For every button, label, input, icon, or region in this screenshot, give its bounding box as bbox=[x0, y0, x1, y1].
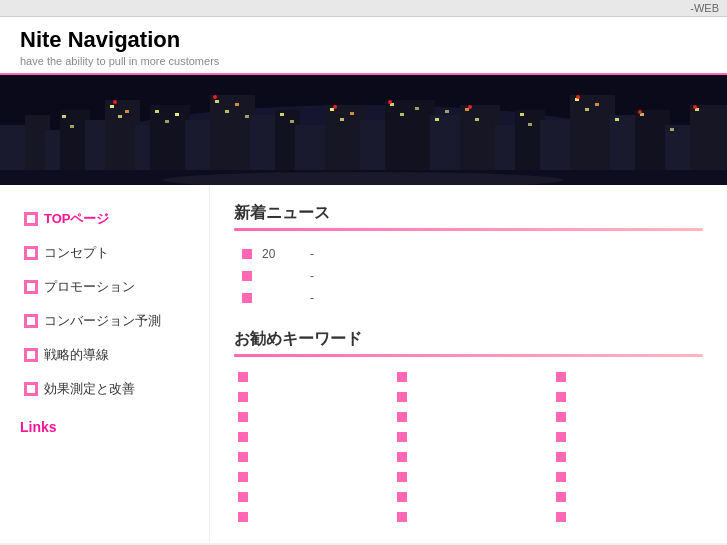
nav-label-3: コンバージョン予測 bbox=[44, 312, 161, 330]
news-bullet-1 bbox=[242, 271, 252, 281]
keyword-item-22[interactable] bbox=[393, 509, 544, 525]
news-date-0: 20 bbox=[262, 247, 302, 261]
content-wrapper: TOPページコンセプトプロモーションコンバージョン予測戦略的導線効果測定と改善 … bbox=[0, 185, 727, 543]
keyword-bullet-19 bbox=[397, 492, 407, 502]
keyword-item-11[interactable] bbox=[552, 429, 703, 445]
keyword-bullet-10 bbox=[397, 432, 407, 442]
keyword-item-10[interactable] bbox=[393, 429, 544, 445]
nav-label-1: コンセプト bbox=[44, 244, 109, 262]
news-item-0[interactable]: 20- bbox=[234, 243, 703, 265]
keyword-item-4[interactable] bbox=[393, 389, 544, 405]
site-title: Nite Navigation bbox=[20, 27, 707, 53]
nav-icon-2 bbox=[24, 280, 38, 294]
keyword-bullet-17 bbox=[556, 472, 566, 482]
nav-label-0: TOPページ bbox=[44, 210, 110, 228]
news-list: 20--- bbox=[234, 243, 703, 309]
keyword-item-0[interactable] bbox=[234, 369, 385, 385]
sidebar-nav-item-0[interactable]: TOPページ bbox=[16, 203, 199, 235]
svg-rect-56 bbox=[595, 103, 599, 106]
keyword-item-20[interactable] bbox=[552, 489, 703, 505]
keyword-bullet-0 bbox=[238, 372, 248, 382]
keyword-item-18[interactable] bbox=[234, 489, 385, 505]
keyword-bullet-7 bbox=[397, 412, 407, 422]
keyword-item-5[interactable] bbox=[552, 389, 703, 405]
svg-rect-51 bbox=[475, 118, 479, 121]
keyword-item-7[interactable] bbox=[393, 409, 544, 425]
news-bullet-2 bbox=[242, 293, 252, 303]
main-content: 新着ニュース 20--- お勧めキーワード bbox=[210, 185, 727, 543]
keyword-item-8[interactable] bbox=[552, 409, 703, 425]
svg-point-67 bbox=[638, 110, 642, 114]
svg-rect-44 bbox=[350, 112, 354, 115]
svg-rect-43 bbox=[340, 118, 344, 121]
keyword-bullet-6 bbox=[238, 412, 248, 422]
keyword-item-6[interactable] bbox=[234, 409, 385, 425]
svg-rect-52 bbox=[520, 113, 524, 116]
keyword-bullet-15 bbox=[238, 472, 248, 482]
top-bar-label: -WEB bbox=[690, 2, 719, 14]
keyword-bullet-5 bbox=[556, 392, 566, 402]
keyword-bullet-3 bbox=[238, 392, 248, 402]
keywords-divider bbox=[234, 354, 703, 357]
keyword-bullet-1 bbox=[397, 372, 407, 382]
keyword-bullet-11 bbox=[556, 432, 566, 442]
news-sep-1: - bbox=[310, 269, 314, 283]
svg-rect-53 bbox=[528, 123, 532, 126]
sidebar-nav-item-2[interactable]: プロモーション bbox=[16, 271, 199, 303]
news-sep-0: - bbox=[310, 247, 314, 261]
keyword-item-1[interactable] bbox=[393, 369, 544, 385]
links-heading: Links bbox=[16, 419, 199, 435]
keyword-item-16[interactable] bbox=[393, 469, 544, 485]
news-bullet-0 bbox=[242, 249, 252, 259]
keyword-item-12[interactable] bbox=[234, 449, 385, 465]
news-section: 新着ニュース 20--- bbox=[234, 203, 703, 309]
keyword-item-2[interactable] bbox=[552, 369, 703, 385]
svg-point-61 bbox=[113, 100, 117, 104]
keyword-item-13[interactable] bbox=[393, 449, 544, 465]
keyword-item-15[interactable] bbox=[234, 469, 385, 485]
svg-point-66 bbox=[576, 95, 580, 99]
svg-rect-40 bbox=[280, 113, 284, 116]
keyword-bullet-9 bbox=[238, 432, 248, 442]
keyword-item-23[interactable] bbox=[552, 509, 703, 525]
sidebar-nav-item-5[interactable]: 効果測定と改善 bbox=[16, 373, 199, 405]
keyword-item-21[interactable] bbox=[234, 509, 385, 525]
svg-point-65 bbox=[468, 105, 472, 109]
keywords-section: お勧めキーワード bbox=[234, 329, 703, 525]
keywords-title: お勧めキーワード bbox=[234, 329, 703, 350]
keyword-bullet-12 bbox=[238, 452, 248, 462]
keyword-item-3[interactable] bbox=[234, 389, 385, 405]
keyword-bullet-21 bbox=[238, 512, 248, 522]
sidebar-nav-item-1[interactable]: コンセプト bbox=[16, 237, 199, 269]
svg-point-62 bbox=[213, 95, 217, 99]
svg-rect-29 bbox=[70, 125, 74, 128]
svg-rect-55 bbox=[585, 108, 589, 111]
sidebar: TOPページコンセプトプロモーションコンバージョン予測戦略的導線効果測定と改善 … bbox=[0, 185, 210, 543]
nav-icon-1 bbox=[24, 246, 38, 260]
nav-menu: TOPページコンセプトプロモーションコンバージョン予測戦略的導線効果測定と改善 bbox=[16, 203, 199, 405]
sidebar-nav-item-4[interactable]: 戦略的導線 bbox=[16, 339, 199, 371]
nav-label-2: プロモーション bbox=[44, 278, 135, 296]
keyword-item-14[interactable] bbox=[552, 449, 703, 465]
news-item-2[interactable]: - bbox=[234, 287, 703, 309]
top-bar: -WEB bbox=[0, 0, 727, 17]
svg-rect-33 bbox=[155, 110, 159, 113]
keyword-bullet-8 bbox=[556, 412, 566, 422]
sidebar-nav-item-3[interactable]: コンバージョン予測 bbox=[16, 305, 199, 337]
svg-rect-48 bbox=[435, 118, 439, 121]
svg-point-68 bbox=[693, 105, 697, 109]
keyword-bullet-4 bbox=[397, 392, 407, 402]
keyword-item-9[interactable] bbox=[234, 429, 385, 445]
nav-icon-3 bbox=[24, 314, 38, 328]
keyword-item-17[interactable] bbox=[552, 469, 703, 485]
nav-label-4: 戦略的導線 bbox=[44, 346, 109, 364]
svg-rect-37 bbox=[225, 110, 229, 113]
news-divider bbox=[234, 228, 703, 231]
news-item-1[interactable]: - bbox=[234, 265, 703, 287]
svg-rect-38 bbox=[235, 103, 239, 106]
nav-icon-4 bbox=[24, 348, 38, 362]
keyword-item-19[interactable] bbox=[393, 489, 544, 505]
svg-rect-31 bbox=[118, 115, 122, 118]
svg-rect-41 bbox=[290, 120, 294, 123]
keyword-bullet-16 bbox=[397, 472, 407, 482]
